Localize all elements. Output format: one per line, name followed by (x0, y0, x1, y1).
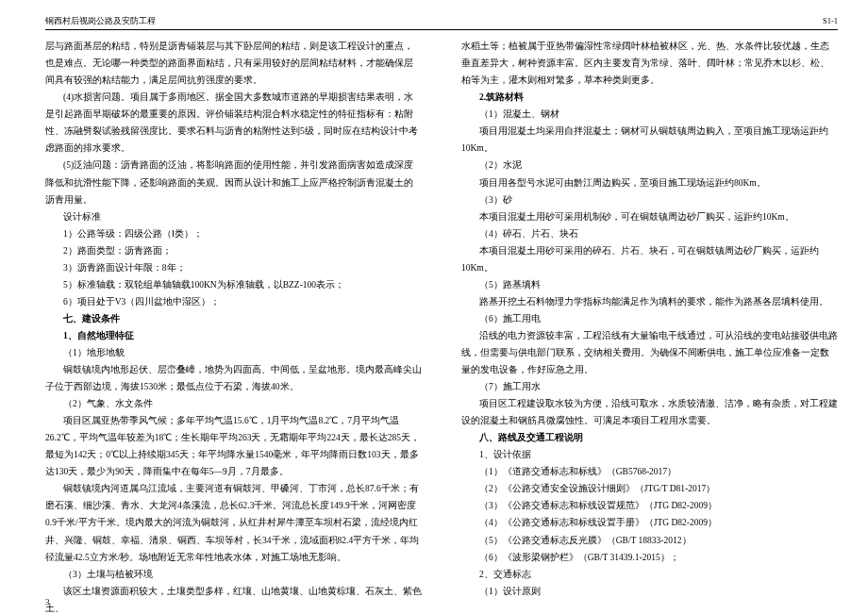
column-right: 水稻土等；植被属于亚热带偏湿性常绿阔叶林植被林区，光、热、水条件比较优越，生态垂… (461, 38, 838, 614)
sub-item: （4）碎石、片石、块石 (461, 225, 838, 242)
reference-item: （4）《公路交通标志和标线设置手册》（JTG D82-2009） (461, 514, 838, 531)
paragraph: 水稻土等；植被属于亚热带偏湿性常绿阔叶林植被林区，光、热、水条件比较优越，生态垂… (461, 38, 838, 89)
page-header: 铜西村后视岗公路及安防工程 S1-1 (45, 13, 838, 30)
paragraph: (5)泛油问题：沥青路面的泛油，将影响路面的使用性能，并引发路面病害如造成深度降… (45, 157, 422, 207)
sub-item: （3）土壤与植被环境 (45, 566, 422, 583)
paragraph: 本项目混凝土用砂可采用的碎石、片石、块石，可在铜鼓镇周边砂厂购买，运距约10Km… (461, 242, 838, 276)
sub-item: 2、交通标志 (461, 566, 838, 583)
page-number: 3 (45, 594, 50, 610)
paragraph: 沿线的电力资源较丰富，工程沿线有大量输电干线通过，可从沿线的变电站接驳供电路线，… (461, 327, 838, 378)
paragraph: (4)水损害问题。项目属于多雨地区。据全国大多数城市道路的早期损害结果表明，水是… (45, 89, 422, 157)
two-column-layout: 层与路面基层的粘结，特别是沥青铺装层与其下卧层间的粘结，则是该工程设计的重点，也… (45, 38, 838, 614)
column-left: 层与路面基层的粘结，特别是沥青铺装层与其下卧层间的粘结，则是该工程设计的重点，也… (45, 38, 422, 614)
reference-item: （3）《公路交通标志和标线设置规范》（JTG D82-2009） (461, 497, 838, 514)
reference-item: （1）《道路交通标志和标线》（GB5768-2017） (461, 463, 838, 480)
list-item: 6）项目处于V3（四川盆地中湿区）； (45, 293, 422, 310)
section-heading: 2.筑路材料 (461, 89, 838, 106)
reference-item: （6）《波形梁钢护栏》（GB/T 31439.1-2015）； (461, 549, 838, 566)
section-heading: 八、路线及交通工程说明 (461, 429, 838, 446)
paragraph: 项目用混凝土均采用自拌混凝土；钢材可从铜鼓镇周边购入，至项目施工现场运距约10K… (461, 123, 838, 157)
paragraph: 本项目混凝土用砂可采用机制砂，可在铜鼓镇周边砂厂购买，运距约10Km。 (461, 208, 838, 225)
sub-item: （5）路基填料 (461, 276, 838, 293)
paragraph: 铜鼓镇境内地形起伏、层峦叠嶂，地势为四面高、中间低，呈盆地形。境内最高峰尖山子位… (45, 361, 422, 395)
section-heading: 七、建设条件 (45, 310, 422, 327)
list-item: 3）沥青路面设计年限：8年； (45, 259, 422, 276)
sub-item: （1）设计原则 (461, 583, 838, 600)
paragraph: 铜鼓镇境内河道属乌江流域，主要河道有铜鼓河、甲磉河、丁市河，总长87.6千米；有… (45, 480, 422, 565)
sub-item: （3）砂 (461, 191, 838, 208)
subheading: 设计标准 (45, 208, 422, 225)
paragraph: 项目区工程建设取水较为方便，沿线可取水，水质较清澈、洁净，略有杂质，对工程建设的… (461, 395, 838, 429)
reference-item: （2）《公路交通安全设施设计细则》（JTG/T D81-2017） (461, 480, 838, 497)
header-left: 铜西村后视岗公路及安防工程 (45, 13, 156, 28)
sub-item: 1、设计依据 (461, 446, 838, 463)
sub-item: （1）地形地貌 (45, 344, 422, 361)
list-item: 5）标准轴载：双轮组单轴轴载100KN为标准轴载，以BZZ-100表示； (45, 276, 422, 293)
paragraph: 该区土壤资源面积较大，土壤类型多样，红壤、山地黄壤、山地黄棕壤、石灰土、紫色土、 (45, 583, 422, 614)
list-item: 2）路面类型：沥青路面； (45, 242, 422, 259)
sub-item: （7）施工用水 (461, 378, 838, 395)
paragraph: 路基开挖土石料物理力学指标均能满足作为填料的要求，能作为路基各层填料使用。 (461, 293, 838, 310)
paragraph: 项目用各型号水泥可由黔江周边购买，至项目施工现场运距约80Km。 (461, 174, 838, 191)
sub-item: （2）气象、水文条件 (45, 395, 422, 412)
sub-item: （2）水泥 (461, 157, 838, 174)
header-right: S1-1 (823, 13, 838, 28)
list-item: 1）公路等级：四级公路（Ⅰ类）； (45, 225, 422, 242)
sub-item: （1）混凝土、钢材 (461, 106, 838, 123)
sub-item: （6）施工用电 (461, 310, 838, 327)
paragraph: 层与路面基层的粘结，特别是沥青铺装层与其下卧层间的粘结，则是该工程设计的重点，也… (45, 38, 422, 89)
reference-item: （5）《公路交通标志反光膜》（GB/T 18833-2012） (461, 532, 838, 549)
sub-heading: 1、自然地理特征 (45, 327, 422, 344)
paragraph: 项目区属亚热带季风气候；多年平均气温15.6℃，1月平均气温8.2℃，7月平均气… (45, 412, 422, 480)
